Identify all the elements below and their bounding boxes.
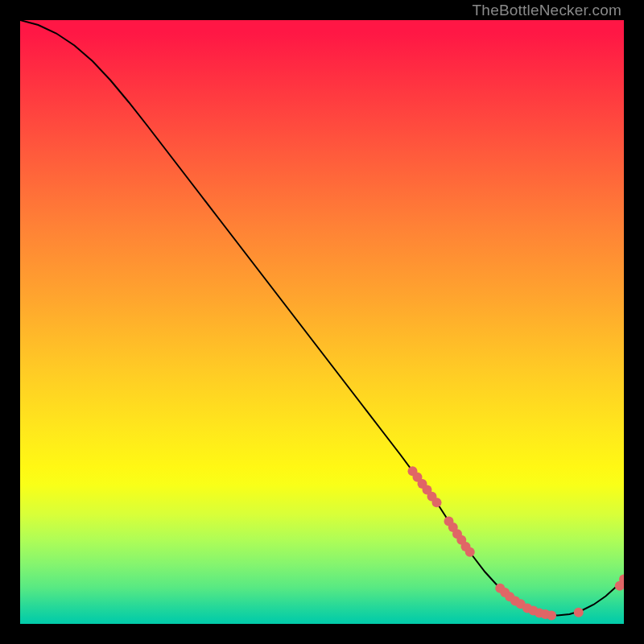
chart-markers xyxy=(408,466,625,620)
chart-svg-overlay xyxy=(20,20,624,624)
watermark-text: TheBottleNecker.com xyxy=(473,2,621,19)
chart-marker xyxy=(465,547,475,557)
chart-marker xyxy=(432,497,442,507)
chart-curve xyxy=(20,20,624,616)
chart-plot-area xyxy=(20,20,624,624)
chart-marker xyxy=(547,611,556,621)
chart-marker xyxy=(574,608,584,617)
